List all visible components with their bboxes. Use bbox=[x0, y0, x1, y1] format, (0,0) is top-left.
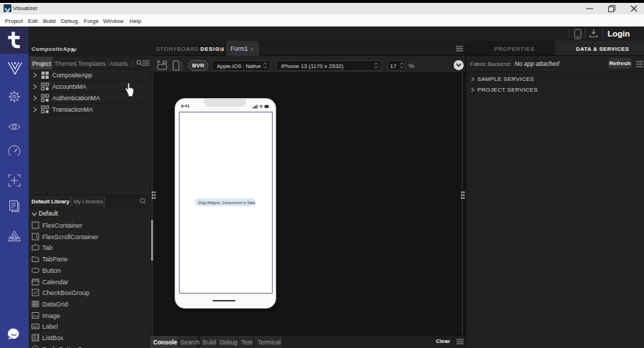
svg-text:abc: abc bbox=[33, 325, 39, 329]
